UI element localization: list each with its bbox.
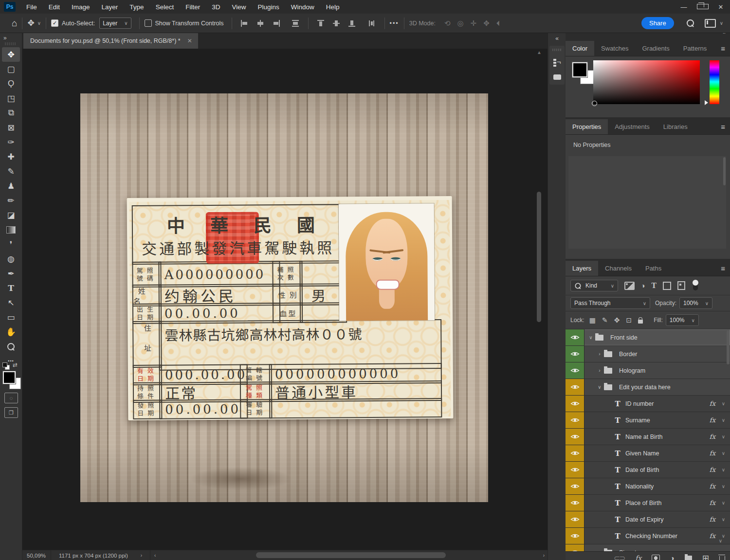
- filter-pixel-layers-icon[interactable]: [624, 282, 635, 290]
- layer-name[interactable]: Date of Birth: [625, 467, 659, 473]
- workspace-chevron-icon[interactable]: ∨: [720, 20, 723, 26]
- align-center-horizontal-icon[interactable]: [256, 20, 264, 27]
- default-colors-icon[interactable]: [2, 362, 8, 368]
- home-icon[interactable]: ⌂: [12, 18, 17, 28]
- tab-gradients[interactable]: Gradients: [635, 41, 676, 56]
- layers-panel-menu-icon[interactable]: ≡: [721, 264, 725, 272]
- layer-visibility-toggle[interactable]: [566, 412, 584, 428]
- layer-row-border[interactable]: ›Border: [566, 346, 730, 362]
- lock-transparency-icon[interactable]: ▦: [589, 316, 596, 324]
- tab-patterns[interactable]: Patterns: [676, 41, 713, 56]
- show-transform-checkbox[interactable]: [145, 19, 152, 27]
- align-middle-icon[interactable]: [333, 20, 341, 27]
- new-layer-icon[interactable]: ⊞: [702, 553, 709, 560]
- layer-visibility-toggle[interactable]: [566, 511, 584, 527]
- expand-chevron-icon[interactable]: ∨: [587, 335, 594, 340]
- history-panel-icon[interactable]: [553, 59, 561, 67]
- layer-row-place-of-birth[interactable]: TPlace of Birthfx∨: [566, 495, 730, 511]
- menu-select[interactable]: Select: [150, 0, 180, 14]
- gradient-tool[interactable]: [2, 222, 20, 237]
- lock-pixels-icon[interactable]: ✎: [602, 316, 608, 324]
- vertical-scroll-thumb[interactable]: [537, 192, 541, 322]
- menu-help[interactable]: Help: [320, 0, 346, 14]
- properties-scroll-thumb[interactable]: [723, 157, 726, 185]
- menu-image[interactable]: Image: [66, 0, 96, 14]
- layer-name[interactable]: Hologram: [619, 367, 645, 374]
- tab-layers[interactable]: Layers: [566, 261, 598, 276]
- 3d-roll-icon[interactable]: ◎: [457, 19, 463, 28]
- share-button[interactable]: Share: [641, 17, 674, 29]
- adjustment-layer-icon[interactable]: ◑: [670, 554, 674, 560]
- fx-chevron-icon[interactable]: ∨: [722, 484, 725, 489]
- scroll-right-icon[interactable]: ›: [543, 553, 545, 558]
- toolbar-grip[interactable]: [5, 42, 16, 45]
- scroll-left-icon[interactable]: ‹: [154, 553, 156, 558]
- fx-chevron-icon[interactable]: ∨: [722, 401, 725, 406]
- zoom-tool[interactable]: [2, 339, 20, 354]
- distribute-vertical-icon[interactable]: [368, 20, 376, 27]
- quick-mask-icon[interactable]: ◌: [4, 393, 18, 403]
- tool-preset-chevron-icon[interactable]: ∨: [37, 20, 41, 26]
- delete-layer-icon[interactable]: [719, 556, 725, 560]
- layer-name[interactable]: Given Name: [625, 450, 659, 457]
- menu-type[interactable]: Type: [124, 0, 149, 14]
- canvas-vertical-scrollbar[interactable]: ▲: [535, 50, 543, 548]
- layer-visibility-toggle[interactable]: [566, 329, 584, 345]
- layer-name[interactable]: Surname: [625, 417, 650, 424]
- layer-fx-badge[interactable]: fx: [710, 516, 715, 523]
- layer-row-checking-nnumber[interactable]: TChecking Nnumberfx∨: [566, 528, 730, 544]
- layer-name[interactable]: ID number: [625, 400, 654, 407]
- layer-fx-badge[interactable]: fx: [710, 433, 715, 440]
- tab-swatches[interactable]: Swatches: [594, 41, 635, 56]
- layer-fx-badge[interactable]: fx: [710, 483, 715, 490]
- hue-strip[interactable]: [710, 60, 719, 104]
- layer-name[interactable]: Name at Birth: [625, 434, 662, 440]
- tab-channels[interactable]: Channels: [598, 261, 639, 276]
- layer-visibility-toggle[interactable]: [566, 528, 584, 544]
- saturation-brightness-field[interactable]: [593, 60, 700, 104]
- history-brush-tool[interactable]: ✏: [2, 193, 20, 208]
- layer-visibility-toggle[interactable]: [566, 478, 584, 494]
- fx-chevron-icon[interactable]: ∨: [722, 500, 725, 506]
- fx-chevron-icon[interactable]: ∨: [722, 517, 725, 522]
- layer-style-fx-icon[interactable]: fx: [635, 554, 641, 560]
- brush-tool[interactable]: ✎: [2, 164, 20, 179]
- layer-visibility-toggle[interactable]: [566, 362, 584, 379]
- layer-row-signature[interactable]: ›Signature: [566, 544, 730, 551]
- horizontal-scroll-thumb[interactable]: [256, 552, 446, 558]
- lasso-tool[interactable]: Ϙ: [2, 76, 20, 91]
- minimize-icon[interactable]: —: [678, 3, 689, 11]
- layer-name[interactable]: Nationality: [625, 483, 654, 490]
- new-group-icon[interactable]: [685, 556, 692, 560]
- filter-shape-layers-icon[interactable]: [663, 282, 671, 290]
- fx-chevron-icon[interactable]: ∨: [722, 451, 725, 456]
- 3d-slide-icon[interactable]: ✥: [483, 19, 490, 28]
- opacity-field[interactable]: 100% ∨: [679, 297, 712, 309]
- align-right-icon[interactable]: [272, 20, 280, 27]
- layer-fx-badge[interactable]: fx: [710, 400, 715, 407]
- menu-plugins[interactable]: Plugins: [252, 0, 285, 14]
- layer-visibility-toggle[interactable]: [566, 462, 584, 478]
- auto-select-checkbox[interactable]: ✓: [51, 19, 58, 27]
- fx-chevron-icon[interactable]: ∨: [722, 434, 725, 439]
- layer-fx-badge[interactable]: fx: [710, 416, 715, 424]
- toolbar-collapse-icon[interactable]: »: [0, 33, 22, 42]
- layer-filtering-toggle[interactable]: [693, 281, 698, 290]
- tab-adjustments[interactable]: Adjustments: [608, 119, 657, 134]
- layer-name[interactable]: Edit your data here: [619, 384, 671, 391]
- tab-close-icon[interactable]: ✕: [187, 37, 192, 44]
- lock-all-icon[interactable]: [638, 320, 643, 324]
- layer-name[interactable]: Checking Nnumber: [625, 533, 677, 540]
- menu-window[interactable]: Window: [285, 0, 320, 14]
- menu-file[interactable]: File: [20, 0, 43, 14]
- blur-tool[interactable]: ❜: [2, 237, 20, 252]
- foreground-color-swatch[interactable]: [3, 371, 16, 384]
- auto-select-target-dropdown[interactable]: Layer∨: [99, 18, 131, 29]
- layer-fx-badge[interactable]: fx: [710, 499, 715, 506]
- tab-color[interactable]: Color: [566, 41, 594, 56]
- fx-chevron-icon[interactable]: ∨: [722, 467, 725, 472]
- layer-row-date-of-birth[interactable]: TDate of Birthfx∨: [566, 462, 730, 478]
- document-tab[interactable]: Documents for you.psd @ 50,1% (Front sid…: [23, 33, 198, 49]
- layer-row-given-name[interactable]: TGiven Namefx∨: [566, 445, 730, 461]
- lock-artboard-icon[interactable]: ⊡: [626, 316, 632, 324]
